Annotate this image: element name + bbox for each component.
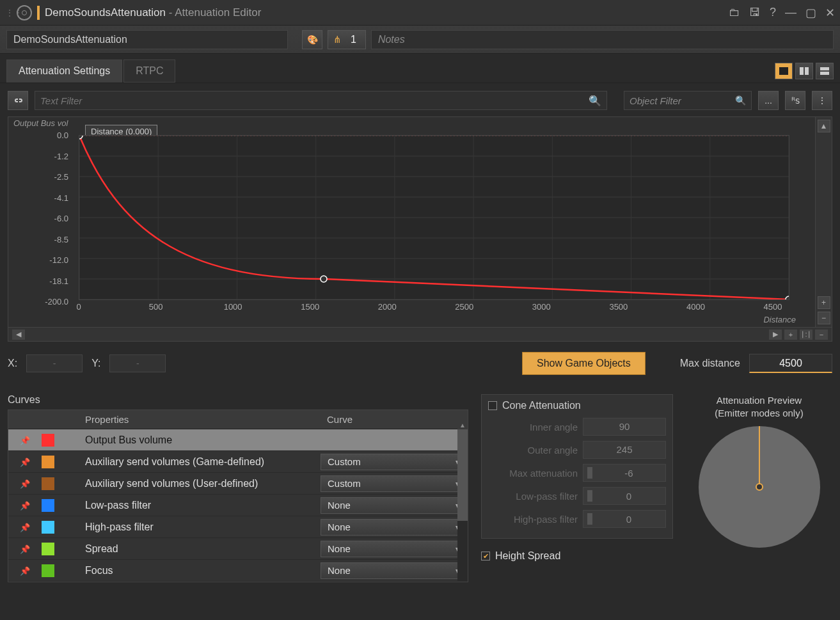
color-swatch[interactable] (42, 564, 54, 577)
curve-select[interactable]: None (321, 562, 465, 579)
zoom-in-y-button[interactable]: + (818, 296, 830, 309)
share-icon: ⋔ (333, 34, 342, 45)
slider-thumb-icon[interactable] (587, 490, 592, 502)
search-icon[interactable]: 🔍 (589, 95, 601, 107)
x-tick-label: 4500 (764, 302, 782, 312)
pin-icon[interactable]: 📌 (20, 479, 26, 488)
view-single-button[interactable] (775, 63, 793, 79)
table-row[interactable]: 📌High-pass filterNone (8, 516, 468, 538)
pin-icon[interactable]: 📌 (20, 523, 26, 532)
curve-select[interactable]: None (321, 541, 465, 557)
share-button[interactable]: ⋔ 1 (328, 30, 366, 49)
maximize-icon[interactable]: ▢ (805, 6, 816, 20)
color-swatch[interactable] (42, 477, 54, 490)
pin-icon[interactable]: 📌 (20, 544, 26, 553)
x-tick-label: 500 (149, 302, 163, 312)
zoom-out-x-button[interactable]: − (815, 330, 828, 340)
curves-table: Properties Curve 📌Output Bus volume📌Auxi… (8, 409, 468, 582)
reset-button[interactable]: ᴿꜱ (785, 91, 805, 110)
max-attenuation-field[interactable]: -6 (583, 464, 666, 482)
x-tick-label: 3500 (609, 302, 628, 312)
more-button[interactable]: ⋮ (812, 91, 832, 110)
preview-title: Attenuation Preview(Emitter modes only) (686, 394, 832, 419)
max-distance-field[interactable]: 4500 (749, 354, 832, 373)
table-row[interactable]: 📌SpreadNone (8, 538, 468, 560)
view-split-v-button[interactable] (795, 63, 813, 79)
zoom-in-x-button[interactable]: + (784, 330, 797, 340)
scrollbar-thumb[interactable] (457, 429, 468, 521)
notes-field[interactable]: Notes (371, 30, 834, 49)
curves-scrollbar[interactable]: ▲ (457, 429, 468, 582)
curve-chart[interactable]: Output Bus vol Distance Distance (0.000)… (8, 116, 832, 328)
y-tick-label: -2.5 (8, 172, 72, 182)
slider-thumb-icon[interactable] (587, 467, 592, 479)
save-icon[interactable]: 🖫 (749, 6, 761, 19)
x-tick-label: 2000 (378, 302, 397, 312)
type-color-bar (37, 6, 40, 20)
color-swatch[interactable] (42, 456, 54, 468)
zoom-out-y-button[interactable]: − (818, 312, 830, 324)
table-row[interactable]: 📌Auxiliary send volumes (Game-defined)Cu… (8, 451, 468, 473)
pin-icon[interactable]: 📌 (20, 436, 26, 445)
fit-button[interactable]: ∣:∣ (800, 330, 812, 340)
table-row[interactable]: 📌Low-pass filterNone (8, 495, 468, 516)
marker-up-icon[interactable]: ▲ (818, 120, 830, 132)
col-properties[interactable]: Properties (79, 414, 321, 425)
col-curve[interactable]: Curve (321, 414, 468, 425)
table-row[interactable]: 📌Output Bus volume (8, 429, 468, 451)
curve-select[interactable]: Custom (321, 475, 465, 492)
pin-icon[interactable]: 📌 (20, 457, 26, 466)
minimize-icon[interactable]: — (785, 6, 796, 19)
scroll-left-button[interactable]: ◀ (12, 330, 25, 340)
link-button[interactable] (8, 91, 28, 110)
x-coord-field[interactable]: - (26, 354, 83, 372)
property-name: Low-pass filter (79, 500, 321, 511)
text-filter[interactable]: 🔍 (35, 91, 607, 110)
property-name: Auxiliary send volumes (Game-defined) (79, 456, 321, 468)
cone-lpf-field[interactable]: 0 (583, 487, 666, 505)
folder-icon[interactable]: 🗀 (729, 6, 740, 19)
cone-hpf-field[interactable]: 0 (583, 510, 666, 528)
height-spread-label: Height Spread (495, 550, 560, 562)
color-swatch[interactable] (42, 499, 54, 512)
y-coord-field[interactable]: - (109, 354, 166, 372)
table-row[interactable]: 📌FocusNone (8, 560, 468, 582)
curve-select[interactable]: None (321, 519, 465, 536)
palette-button[interactable]: 🎨 (302, 30, 322, 49)
pin-icon[interactable]: 📌 (20, 501, 26, 510)
cone-attenuation-checkbox[interactable] (488, 401, 497, 410)
close-icon[interactable]: ✕ (825, 6, 835, 20)
attenuation-preview-graphic (695, 423, 823, 551)
object-filter[interactable]: Object Filter 🔍 (624, 91, 752, 110)
cone-hpf-label: High-pass filter (488, 514, 578, 525)
svg-rect-2 (805, 67, 809, 75)
scroll-right-button[interactable]: ▶ (769, 330, 782, 340)
color-swatch[interactable] (42, 434, 54, 447)
table-row[interactable]: 📌Auxiliary send volumes (User-defined)Cu… (8, 473, 468, 495)
toolbar: DemoSoundsAttenuation 🎨 ⋔ 1 Notes (0, 26, 840, 54)
show-game-objects-button[interactable]: Show Game Objects (522, 352, 646, 375)
plot-area[interactable] (79, 135, 789, 300)
y-tick-label: 0.0 (8, 131, 72, 140)
inner-angle-field[interactable]: 90 (583, 418, 666, 436)
tab-attenuation-settings[interactable]: Attenuation Settings (6, 60, 122, 83)
object-name-field[interactable]: DemoSoundsAttenuation (6, 30, 288, 49)
y-tick-label: -4.1 (8, 193, 72, 202)
view-split-h-button[interactable] (816, 63, 834, 79)
y-coord-label: Y: (91, 358, 100, 369)
color-swatch[interactable] (42, 521, 54, 534)
tab-rtpc[interactable]: RTPC (123, 60, 175, 83)
height-spread-checkbox[interactable] (481, 552, 490, 560)
curve-select[interactable]: Custom (321, 454, 465, 470)
slider-thumb-icon[interactable] (587, 513, 592, 525)
color-swatch[interactable] (42, 543, 54, 555)
tabs-row: Attenuation Settings RTPC (0, 54, 840, 83)
search-icon[interactable]: 🔍 (735, 95, 746, 106)
outer-angle-field[interactable]: 245 (583, 441, 666, 459)
text-filter-input[interactable] (40, 95, 589, 106)
help-icon[interactable]: ? (770, 6, 776, 19)
y-tick-label: -6.0 (8, 214, 72, 223)
pin-icon[interactable]: 📌 (20, 566, 26, 575)
curve-select[interactable]: None (321, 497, 465, 514)
browse-button[interactable]: ... (758, 91, 779, 110)
